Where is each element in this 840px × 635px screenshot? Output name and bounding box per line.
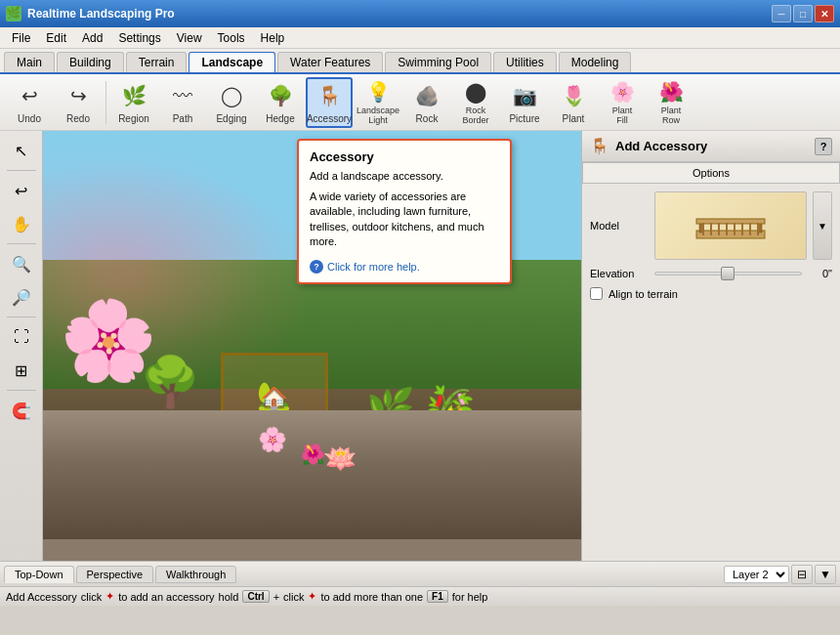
- status-click-2: click: [283, 591, 304, 603]
- menu-bar: File Edit Add Settings View Tools Help: [0, 27, 840, 49]
- tab-modeling[interactable]: Modeling: [559, 52, 632, 72]
- menu-add[interactable]: Add: [74, 29, 110, 47]
- elevation-slider-thumb[interactable]: [721, 267, 735, 280]
- plant-row-icon: 🌺: [655, 80, 687, 104]
- menu-help[interactable]: Help: [253, 29, 293, 47]
- tab-terrain[interactable]: Terrain: [126, 52, 188, 72]
- view-tab-topdown[interactable]: Top-Down: [4, 566, 74, 583]
- model-label: Model: [590, 220, 649, 232]
- tab-water-features[interactable]: Water Features: [277, 52, 383, 72]
- plant-fill-icon: 🌸: [607, 80, 638, 104]
- canvas-area[interactable]: 🌸 🌳 🌿 🎋 🏡 🌸 🌺 🪷 Accessory Add a landscap…: [43, 131, 581, 561]
- landscape-light-icon: 💡: [362, 80, 394, 104]
- status-hold: hold: [219, 591, 239, 603]
- tooltip-popup: Accessory Add a landscape accessory. A w…: [297, 139, 512, 284]
- hedge-icon: 🌳: [265, 80, 296, 111]
- menu-tools[interactable]: Tools: [210, 29, 253, 47]
- plant-button[interactable]: 🌷 Plant: [550, 77, 597, 128]
- status-to-add: to add an accessory: [118, 591, 214, 603]
- status-ctrl-key: Ctrl: [242, 590, 269, 603]
- tooltip-title: Accessory: [310, 149, 499, 164]
- maximize-button[interactable]: □: [793, 5, 813, 22]
- svg-rect-0: [696, 231, 765, 238]
- plant-fill-button[interactable]: 🌸 PlantFill: [599, 77, 646, 128]
- plant-icon: 🌷: [558, 80, 589, 111]
- panel-header: 🪑 Add Accessory ?: [582, 131, 840, 162]
- view-tab-walkthrough[interactable]: Walkthrough: [155, 566, 236, 583]
- undo-button[interactable]: ↩ Undo: [6, 77, 53, 128]
- frame-tool[interactable]: ⛶: [4, 321, 39, 353]
- left-sep-1: [7, 170, 36, 171]
- rock-button[interactable]: 🪨 Rock: [403, 77, 450, 128]
- edging-icon: ◯: [216, 80, 247, 111]
- tooltip-subtitle: Add a landscape accessory.: [310, 170, 499, 182]
- menu-settings[interactable]: Settings: [110, 29, 168, 47]
- hedge-button[interactable]: 🌳 Hedge: [257, 77, 304, 128]
- panel-help-button[interactable]: ?: [815, 138, 832, 155]
- path-button[interactable]: 〰 Path: [159, 77, 206, 128]
- redo-button[interactable]: ↪ Redo: [55, 77, 102, 128]
- tab-utilities[interactable]: Utilities: [493, 52, 557, 72]
- region-button[interactable]: 🌿 Region: [110, 77, 157, 128]
- accessory-icon: 🪑: [314, 81, 345, 111]
- left-toolbar: ↖ ↩ ✋ 🔍 🔎 ⛶ ⊞ 🧲: [0, 131, 43, 561]
- status-bar: Add Accessory click ✦ to add an accessor…: [0, 586, 840, 606]
- picture-button[interactable]: 📷 Picture: [501, 77, 548, 128]
- panel-title: 🪑 Add Accessory: [590, 137, 707, 155]
- plant-row-button[interactable]: 🌺 PlantRow: [648, 77, 694, 128]
- zoom-in-tool[interactable]: 🔍: [4, 248, 39, 279]
- undo-icon: ↩: [14, 80, 45, 111]
- edging-button[interactable]: ◯ Edging: [208, 77, 255, 128]
- elevation-slider[interactable]: [654, 272, 802, 275]
- minimize-button[interactable]: ─: [772, 5, 791, 22]
- tree-green-1: 🌳: [140, 354, 200, 410]
- view-tab-perspective[interactable]: Perspective: [76, 566, 153, 583]
- status-plus: +: [273, 591, 279, 603]
- right-panel: 🪑 Add Accessory ? Options Model: [581, 131, 840, 561]
- align-terrain-row: Align to terrain: [590, 287, 832, 300]
- tab-main[interactable]: Main: [4, 52, 55, 72]
- model-row: Model: [590, 191, 832, 260]
- accessory-button[interactable]: 🪑 Accessory: [306, 77, 353, 128]
- tooltip-help-link[interactable]: ? Click for more help.: [310, 260, 499, 274]
- panel-content: Model: [582, 184, 840, 308]
- left-sep-2: [7, 243, 36, 244]
- layer-select[interactable]: Layer 2 Layer 1 Layer 3: [724, 566, 789, 583]
- status-f1-key: F1: [427, 590, 448, 603]
- rock-border-icon: ⬤: [460, 80, 491, 104]
- model-dropdown-button[interactable]: ▼: [813, 191, 832, 260]
- panel-tab-options[interactable]: Options: [582, 162, 840, 183]
- zoom-out-tool[interactable]: 🔎: [4, 281, 39, 313]
- flower-lily: 🪷: [323, 443, 357, 475]
- view-icon-btn-1[interactable]: ⊟: [791, 565, 813, 584]
- landscape-light-button[interactable]: 💡 LandscapeLight: [355, 77, 401, 128]
- grid-tool[interactable]: ⊞: [4, 355, 39, 386]
- close-button[interactable]: ✕: [815, 5, 834, 22]
- elevation-row: Elevation 0": [590, 268, 832, 279]
- panel-title-icon: 🪑: [590, 137, 609, 155]
- menu-file[interactable]: File: [4, 29, 38, 47]
- tab-swimming-pool[interactable]: Swimming Pool: [385, 52, 491, 72]
- rock-border-button[interactable]: ⬤ RockBorder: [452, 77, 499, 128]
- app-title: Realtime Landscaping Pro: [27, 7, 772, 21]
- tab-building[interactable]: Building: [57, 52, 124, 72]
- magnet-tool[interactable]: 🧲: [4, 395, 39, 426]
- model-preview: [654, 191, 807, 260]
- tab-landscape[interactable]: Landscape: [189, 52, 275, 72]
- pan-tool[interactable]: ✋: [4, 208, 39, 239]
- align-terrain-label: Align to terrain: [609, 288, 678, 300]
- select-tool[interactable]: ↖: [4, 135, 39, 166]
- elevation-label: Elevation: [590, 268, 649, 279]
- menu-view[interactable]: View: [169, 29, 210, 47]
- left-sep-4: [7, 390, 36, 391]
- undo-tool[interactable]: ↩: [4, 175, 39, 206]
- svg-rect-3: [696, 219, 765, 224]
- ground-rocks: [43, 410, 581, 539]
- left-sep-3: [7, 317, 36, 318]
- region-icon: 🌿: [118, 80, 149, 111]
- tab-bar: Main Building Terrain Landscape Water Fe…: [0, 49, 840, 74]
- view-icon-btn-2[interactable]: ▼: [815, 565, 836, 584]
- help-circle-icon: ?: [310, 260, 323, 274]
- align-terrain-checkbox[interactable]: [590, 287, 603, 300]
- menu-edit[interactable]: Edit: [38, 29, 74, 47]
